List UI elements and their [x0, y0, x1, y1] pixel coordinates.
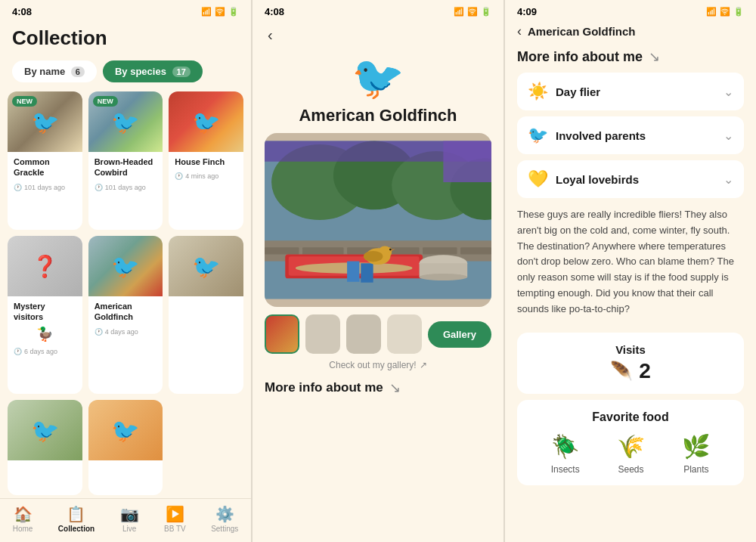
food-item-insects: 🪲 Insects: [551, 433, 580, 475]
status-bar-2: 4:08 📶 🛜 🔋: [253, 0, 503, 20]
nav-live[interactable]: 📷 Live: [120, 505, 139, 533]
bird-name: American Goldfinch: [94, 301, 157, 323]
accordion-left: 💛 Loyal lovebirds: [528, 169, 639, 189]
bird-name: Brown-Headed Cowbird: [94, 156, 157, 178]
bird-name: Mystery visitors: [14, 301, 76, 323]
accordion-involved-parents[interactable]: 🐦 Involved parents ⌄: [517, 116, 744, 154]
food-item-seeds: 🌾 Seeds: [617, 433, 645, 475]
bird-card-time: 🕐101 days ago: [88, 181, 163, 196]
settings-icon: ⚙️: [215, 505, 234, 523]
panel-collection: 4:08 📶 🛜 🔋 Collection By name 6 By speci…: [0, 0, 251, 542]
info-accordion: ☀️ Day flier ⌄ 🐦 Involved parents ⌄ 💛 Lo…: [505, 73, 756, 198]
bird-card-extra3[interactable]: 🐦: [88, 400, 163, 495]
new-badge: NEW: [12, 96, 37, 107]
status-icons-3: 📶 🛜 🔋: [706, 7, 744, 17]
more-info-section-header: More info about me ↘: [505, 44, 756, 73]
nav-label: Settings: [211, 525, 238, 533]
bird-card-extra1[interactable]: 🐦: [169, 236, 243, 394]
food-title: Favorite food: [532, 410, 729, 424]
status-icons-2: 📶 🛜 🔋: [454, 7, 491, 17]
accordion-day-flier[interactable]: ☀️ Day flier ⌄: [517, 73, 744, 110]
status-time-1: 4:08: [12, 6, 32, 17]
bird-card-finch[interactable]: 🐦 House Finch 🕐4 mins ago: [169, 91, 243, 230]
food-label: Seeds: [618, 464, 643, 475]
more-info-nav: ‹ American Goldfinch: [505, 20, 756, 44]
bird-card-image: 🐦: [88, 236, 163, 296]
battery-icon: 🔋: [481, 7, 491, 17]
visits-count: 2: [639, 359, 651, 383]
nav-label: BB TV: [164, 525, 186, 533]
favorite-food-card: Favorite food 🪲 Insects 🌾 Seeds 🌿 Plants: [517, 400, 744, 485]
bird-card-image: 🐦: [169, 91, 243, 152]
bird-card-image: ❓: [8, 236, 82, 296]
bird-name: Common Grackle: [14, 156, 76, 178]
bottom-nav: 🏠 Home 📋 Collection 📷 Live ▶️ BB TV ⚙️ S…: [0, 498, 251, 542]
status-icons-1: 📶 🛜 🔋: [201, 7, 239, 17]
thumb-4[interactable]: [387, 314, 422, 354]
new-badge: NEW: [93, 96, 118, 107]
gallery-caption: Check out my gallery! ↗: [253, 357, 503, 375]
bird-card-goldfinch[interactable]: 🐦 American Goldfinch 🕐4 days ago: [88, 236, 163, 394]
bird-card-mystery[interactable]: ❓ Mystery visitors 🦆 🕐6 days ago: [8, 236, 82, 394]
main-photo: [265, 133, 491, 307]
lovebird-emoji: 💛: [528, 169, 548, 189]
bird-card-grackle[interactable]: NEW 🐦 Common Grackle 🕐101 days ago: [8, 91, 82, 230]
thumb-2[interactable]: [305, 314, 340, 354]
bird-icon: 🐦: [352, 53, 404, 103]
bird-card-info: Mystery visitors: [8, 296, 82, 326]
nav-bbtv[interactable]: ▶️ BB TV: [164, 505, 186, 533]
nav-home[interactable]: 🏠 Home: [13, 505, 33, 533]
nav-collection[interactable]: 📋 Collection: [58, 505, 94, 533]
sun-emoji: ☀️: [528, 82, 548, 101]
wifi-icon: 🛜: [720, 7, 730, 17]
battery-icon: 🔋: [733, 7, 744, 17]
home-icon: 🏠: [14, 505, 33, 523]
parents-emoji: 🐦: [528, 125, 548, 145]
svg-rect-7: [302, 247, 344, 254]
nav-label: Collection: [58, 525, 94, 533]
thumb-1[interactable]: [265, 314, 299, 354]
svg-point-20: [389, 249, 392, 251]
filter-by-species-button[interactable]: By species 17: [103, 60, 203, 82]
filter-by-name-button[interactable]: By name 6: [12, 60, 97, 82]
bird-card-cowbird[interactable]: NEW 🐦 Brown-Headed Cowbird 🕐101 days ago: [88, 91, 163, 230]
svg-rect-6: [265, 247, 299, 254]
curve-arrow-icon: ↘: [649, 48, 660, 65]
status-bar-3: 4:09 📶 🛜 🔋: [505, 0, 756, 20]
bird-card-extra2[interactable]: 🐦: [8, 400, 82, 495]
detail-nav: ‹: [253, 20, 503, 47]
gallery-button[interactable]: Gallery: [428, 321, 491, 348]
nav-settings[interactable]: ⚙️ Settings: [211, 505, 238, 533]
seeds-emoji: 🌾: [617, 433, 645, 460]
status-bar-1: 4:08 📶 🛜 🔋: [0, 0, 251, 20]
svg-rect-27: [443, 141, 491, 182]
svg-rect-11: [460, 247, 491, 254]
chevron-down-icon: ⌄: [723, 85, 733, 99]
accordion-loyal-lovebirds[interactable]: 💛 Loyal lovebirds ⌄: [517, 160, 744, 198]
back-button[interactable]: ‹: [265, 23, 276, 47]
svg-point-25: [420, 274, 468, 280]
accordion-label: Loyal lovebirds: [556, 173, 639, 186]
food-items: 🪲 Insects 🌾 Seeds 🌿 Plants: [532, 433, 729, 475]
signal-icon: 📶: [201, 7, 212, 17]
collection-grid: NEW 🐦 Common Grackle 🕐101 days ago NEW 🐦…: [0, 88, 251, 498]
visits-display: 🪶 2: [532, 359, 729, 383]
panel-bird-detail: 4:08 📶 🛜 🔋 ‹ 🐦 American Goldfinch: [253, 0, 503, 542]
curve-arrow-icon: ↘: [389, 379, 401, 396]
status-time-3: 4:09: [517, 6, 537, 17]
back-button-3[interactable]: ‹: [517, 23, 522, 39]
accordion-label: Day flier: [556, 85, 600, 98]
nav-label: Live: [122, 525, 136, 533]
bird-card-image: 🐦: [88, 400, 163, 460]
more-info-header: More info about me ↘: [253, 375, 503, 399]
scroll-content: More info about me ↘ ☀️ Day flier ⌄ 🐦 In…: [505, 44, 756, 542]
panel3-nav-title: American Goldfinch: [528, 25, 636, 38]
bird-card-info: Common Grackle: [8, 152, 82, 181]
food-label: Insects: [551, 464, 580, 475]
filter-bar: By name 6 By species 17: [0, 56, 251, 88]
thumb-3[interactable]: [346, 314, 381, 354]
collection-title: Collection: [12, 26, 239, 50]
status-time-2: 4:08: [265, 6, 284, 17]
bird-card-image: NEW 🐦: [8, 91, 82, 152]
svg-point-22: [364, 251, 383, 262]
